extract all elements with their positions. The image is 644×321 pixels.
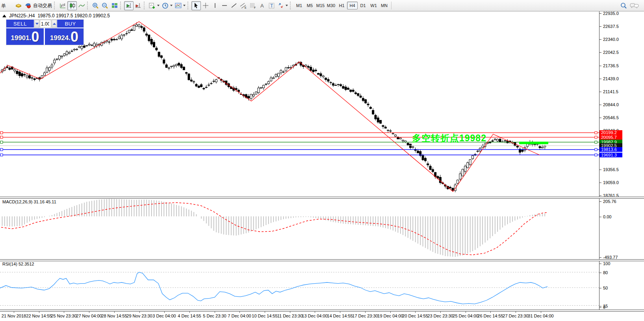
zoom-out-button[interactable] [100,1,110,10]
macd-tick-label: 0.00 [603,214,611,219]
toolbar-separator [54,2,56,9]
candle-body [352,90,354,92]
add-indicator-button[interactable] [148,1,161,10]
candle-body [516,146,518,148]
timeframe-button-mn[interactable]: MN [379,2,390,9]
line-handle[interactable] [595,148,597,151]
auto-scroll-button[interactable] [124,1,134,10]
candle-body [367,104,369,105]
candle-body [357,94,359,96]
candle-body [467,162,469,168]
dropdown-caret-icon [157,5,160,6]
sell-button[interactable]: SELL [6,20,34,28]
candle-body [337,84,339,85]
new-order-label: 订单 [1,3,6,9]
candle-body [335,85,337,86]
buy-price-box[interactable]: 19924.0 [45,28,84,45]
dropdown-caret-icon [286,5,288,6]
pane-separator[interactable] [0,259,644,261]
rsi-tick-label: 0 [603,305,605,310]
channel-button[interactable]: E [239,1,248,10]
chart-shift-button[interactable] [134,1,143,10]
crosshair-icon [202,2,209,9]
candle-body [282,72,284,72]
candle-body [93,43,95,46]
candle-body [88,44,90,45]
zoom-out-icon [102,2,109,9]
collapse-chart-arrow-icon[interactable] [2,15,6,17]
arrows-button[interactable] [277,1,289,10]
candle-body [186,72,187,74]
fibonacci-button[interactable]: F [248,1,258,10]
line-handle[interactable] [0,131,3,134]
candlestick-chart-button[interactable] [67,1,77,10]
trendline-icon [231,2,237,9]
candle-body [175,64,177,65]
timeframe-button-m15[interactable]: M15 [315,2,326,9]
sell-button-label: SELL [13,21,27,27]
candle-body [395,135,397,137]
line-handle[interactable] [0,136,3,138]
templates-icon [175,2,182,9]
trendline-button[interactable] [229,1,239,10]
price-tick-mark [599,196,601,196]
zoom-in-button[interactable] [91,1,100,10]
macd-tick-mark [599,217,601,217]
line-handle[interactable] [595,154,597,156]
candle-body [81,46,83,49]
candle-body [494,139,496,140]
line-handle[interactable] [0,141,3,143]
macd-indicator-pane[interactable] [0,198,599,259]
volume-input[interactable] [40,20,51,28]
line-handle[interactable] [0,148,3,151]
timeframe-button-m30[interactable]: M30 [326,2,336,9]
crosshair-button[interactable] [201,1,210,10]
line-handle[interactable] [595,136,597,138]
candle-body [412,147,414,147]
templates-button[interactable] [174,1,187,10]
volume-increase-button[interactable] [52,20,57,28]
timeframe-button-d1[interactable]: D1 [358,2,368,9]
timeframe-button-w1[interactable]: W1 [368,2,379,9]
volume-decrease-button[interactable] [34,20,39,28]
autotrade-button[interactable]: 自动交易 [23,1,53,10]
text-label-button[interactable]: T [267,1,277,10]
timeframe-button-h4[interactable]: H4 [347,2,358,9]
candle-body [78,46,80,48]
candle-body [193,82,195,82]
candle-body [33,79,35,79]
search-button[interactable] [619,1,629,10]
pane-separator[interactable] [0,197,644,199]
orders-button[interactable] [14,1,23,10]
cursor-button[interactable] [191,1,201,10]
tile-windows-button[interactable] [110,1,119,10]
line-handle[interactable] [595,141,597,143]
candlestick-chart-icon [69,2,76,9]
timeframe-button-m5[interactable]: M5 [304,2,315,9]
candle-body [471,156,473,159]
horizontal-line-button[interactable] [220,1,229,10]
candle-body [126,33,128,34]
candle-body [252,94,254,96]
candle-body [429,166,431,170]
line-chart-button[interactable] [77,1,86,10]
text-tool-button[interactable]: A [258,1,267,10]
periods-button[interactable] [161,1,174,10]
rsi-indicator-pane[interactable] [0,260,599,310]
timeframe-button-h1[interactable]: H1 [336,2,347,9]
cursor-icon [193,2,199,9]
timeframe-button-m1[interactable]: M1 [294,2,304,9]
bar-chart-button[interactable] [58,1,67,10]
line-handle[interactable] [0,154,3,156]
price-tick-label: 20844.0 [603,102,619,107]
buy-button[interactable]: BUY [57,20,84,28]
sell-price-box[interactable]: 19901.0 [6,28,44,45]
new-order-button[interactable]: 订单 [1,2,14,9]
price-tick-mark [599,170,601,170]
candle-body [26,76,28,77]
candle-body [457,180,459,184]
vertical-line-button[interactable] [210,1,220,10]
chat-button[interactable] [629,1,640,10]
main-price-chart[interactable] [0,11,599,197]
line-handle[interactable] [595,131,597,134]
